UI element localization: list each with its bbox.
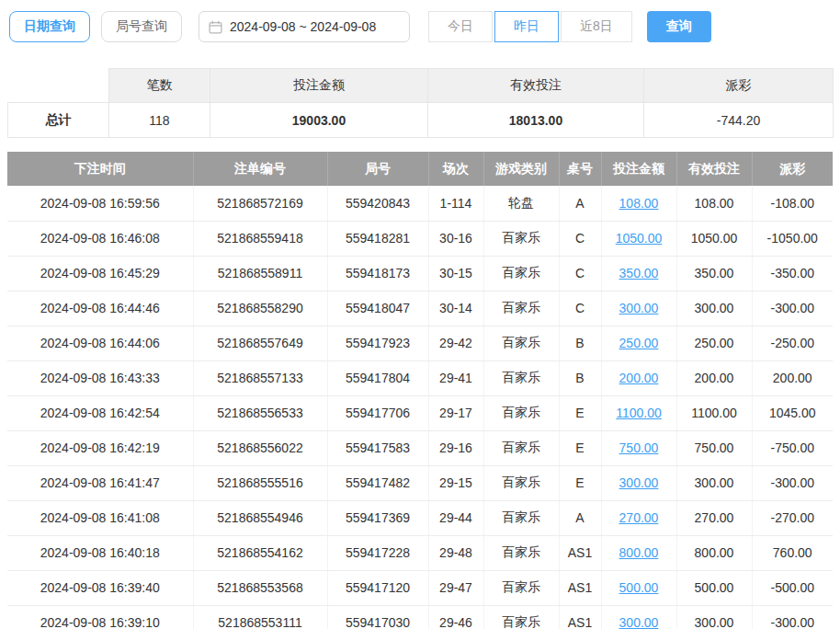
cell-valid: 270.00	[676, 500, 752, 535]
bet-amount-link[interactable]: 800.00	[619, 545, 659, 560]
cell-table_no: A	[559, 500, 601, 535]
records-table: 下注时间注单编号局号场次游戏类别桌号投注金额有效投注派彩 2024-09-08 …	[7, 152, 833, 629]
cell-bet_no: 521868554946	[193, 500, 327, 535]
cell-time: 2024-09-08 16:42:54	[7, 395, 193, 430]
cell-round_no: 559417030	[327, 605, 428, 629]
column-header-game: 游戏类别	[483, 152, 559, 186]
cell-payout: -1050.00	[752, 221, 833, 256]
bet-amount-link[interactable]: 350.00	[619, 266, 659, 280]
summary-header-blank	[8, 69, 109, 103]
summary-header-row: 笔数 投注金额 有效投注 派彩	[8, 69, 834, 103]
records-table-body: 2024-09-08 16:59:56521868572169559420843…	[7, 186, 833, 629]
yesterday-button[interactable]: 昨日	[494, 11, 559, 42]
last-8-days-button[interactable]: 近8日	[561, 11, 632, 42]
cell-time: 2024-09-08 16:44:46	[7, 291, 193, 326]
summary-total-payout: -744.20	[644, 103, 834, 138]
summary-table: 笔数 投注金额 有效投注 派彩 总计 118 19003.00 18013.00…	[7, 68, 834, 138]
search-button[interactable]: 查询	[647, 11, 711, 42]
cell-payout: -350.00	[752, 256, 833, 291]
cell-time: 2024-09-08 16:39:40	[7, 570, 193, 605]
cell-session: 29-42	[428, 326, 483, 360]
cell-bet_no: 521868555516	[193, 465, 327, 500]
cell-session: 29-44	[428, 500, 483, 535]
cell-time: 2024-09-08 16:44:06	[7, 326, 193, 360]
bet-amount-link[interactable]: 300.00	[619, 615, 659, 629]
bet-amount-link[interactable]: 300.00	[619, 475, 659, 490]
cell-payout: -300.00	[752, 291, 833, 326]
cell-time: 2024-09-08 16:59:56	[7, 186, 193, 221]
cell-session: 29-17	[428, 395, 483, 430]
bet-amount-link[interactable]: 1050.00	[616, 231, 663, 246]
table-row: 2024-09-08 16:39:10521868553111559417030…	[7, 605, 833, 629]
cell-session: 29-46	[428, 605, 483, 629]
date-range-input[interactable]: 2024-09-08 ~ 2024-09-08	[199, 11, 410, 42]
summary-header-payout: 派彩	[644, 69, 834, 103]
cell-bet: 108.00	[601, 186, 676, 221]
cell-game: 百家乐	[483, 221, 559, 256]
summary-header-valid-bet: 有效投注	[428, 69, 644, 103]
cell-valid: 1100.00	[676, 395, 752, 430]
cell-game: 百家乐	[483, 570, 559, 605]
table-row: 2024-09-08 16:43:33521868557133559417804…	[7, 360, 833, 395]
cell-time: 2024-09-08 16:42:19	[7, 430, 193, 465]
cell-payout: -108.00	[752, 186, 833, 221]
cell-game: 轮盘	[483, 186, 559, 221]
cell-bet_no: 521868557133	[193, 360, 327, 395]
cell-payout: -270.00	[752, 500, 833, 535]
column-header-valid: 有效投注	[676, 152, 752, 186]
bet-amount-link[interactable]: 108.00	[619, 196, 659, 211]
cell-session: 30-16	[428, 221, 483, 256]
table-row: 2024-09-08 16:46:08521868559418559418281…	[7, 221, 833, 256]
cell-round_no: 559418281	[327, 221, 428, 256]
records-header-row: 下注时间注单编号局号场次游戏类别桌号投注金额有效投注派彩	[7, 152, 833, 186]
round-query-tab[interactable]: 局号查询	[101, 11, 182, 42]
cell-time: 2024-09-08 16:45:29	[7, 256, 193, 291]
cell-time: 2024-09-08 16:39:10	[7, 605, 193, 629]
cell-table_no: E	[559, 395, 601, 430]
cell-payout: 1045.00	[752, 395, 833, 430]
bet-amount-link[interactable]: 1100.00	[616, 406, 662, 420]
bet-amount-link[interactable]: 270.00	[619, 510, 659, 525]
cell-table_no: AS1	[559, 605, 601, 629]
cell-bet_no: 521868557649	[193, 326, 327, 360]
bet-amount-link[interactable]: 750.00	[619, 440, 659, 455]
cell-valid: 200.00	[676, 360, 752, 395]
cell-session: 29-16	[428, 430, 483, 465]
summary-total-bet-amount: 19003.00	[210, 103, 428, 138]
cell-session: 29-48	[428, 535, 483, 570]
cell-table_no: C	[559, 256, 601, 291]
summary-total-row: 总计 118 19003.00 18013.00 -744.20	[8, 103, 834, 138]
cell-session: 29-15	[428, 465, 483, 500]
cell-table_no: B	[559, 360, 601, 395]
cell-game: 百家乐	[483, 465, 559, 500]
bet-amount-link[interactable]: 250.00	[619, 336, 659, 350]
bet-amount-link[interactable]: 300.00	[619, 301, 659, 315]
cell-bet_no: 521868553568	[193, 570, 327, 605]
cell-bet_no: 521868556533	[193, 395, 327, 430]
column-header-table_no: 桌号	[559, 152, 601, 186]
cell-round_no: 559417120	[327, 570, 428, 605]
today-button[interactable]: 今日	[428, 11, 493, 42]
cell-round_no: 559417706	[327, 395, 428, 430]
cell-bet_no: 521868554162	[193, 535, 327, 570]
cell-time: 2024-09-08 16:41:47	[7, 465, 193, 500]
cell-time: 2024-09-08 16:40:18	[7, 535, 193, 570]
betting-records-page: 日期查询 局号查询 2024-09-08 ~ 2024-09-08 今日 昨日 …	[0, 0, 840, 629]
cell-valid: 108.00	[676, 186, 752, 221]
cell-bet_no: 521868559418	[193, 221, 327, 256]
cell-time: 2024-09-08 16:43:33	[7, 360, 193, 395]
cell-bet: 800.00	[601, 535, 676, 570]
cell-session: 29-47	[428, 570, 483, 605]
table-row: 2024-09-08 16:59:56521868572169559420843…	[7, 186, 833, 221]
column-header-round_no: 局号	[327, 152, 428, 186]
date-query-tab[interactable]: 日期查询	[9, 11, 90, 42]
bet-amount-link[interactable]: 200.00	[619, 371, 659, 385]
cell-bet: 500.00	[601, 570, 676, 605]
cell-game: 百家乐	[483, 256, 559, 291]
cell-game: 百家乐	[483, 500, 559, 535]
bet-amount-link[interactable]: 500.00	[619, 580, 659, 595]
table-row: 2024-09-08 16:44:46521868558290559418047…	[7, 291, 833, 326]
cell-bet: 200.00	[601, 360, 676, 395]
cell-table_no: C	[559, 291, 601, 326]
cell-table_no: E	[559, 430, 601, 465]
